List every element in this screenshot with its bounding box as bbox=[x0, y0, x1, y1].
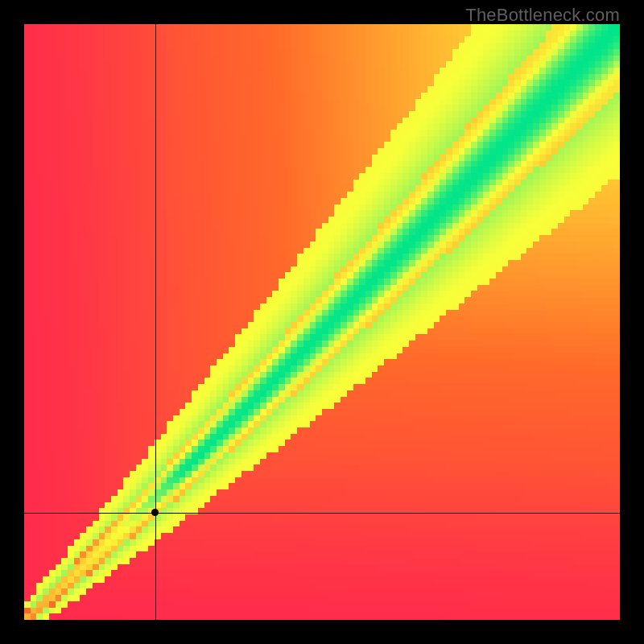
heatmap-canvas bbox=[24, 24, 620, 620]
outer-frame: TheBottleneck.com bbox=[0, 0, 644, 644]
crosshair-vertical bbox=[155, 24, 156, 620]
watermark-text: TheBottleneck.com bbox=[465, 5, 620, 26]
heatmap-plot bbox=[24, 24, 620, 620]
crosshair-horizontal bbox=[24, 513, 620, 514]
